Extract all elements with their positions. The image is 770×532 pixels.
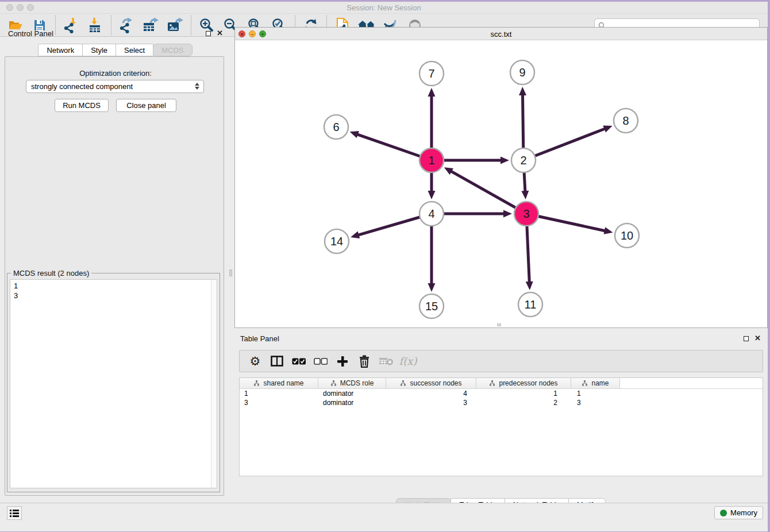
network-resize-handle[interactable] <box>497 323 501 326</box>
graph-node-label: 10 <box>621 229 633 242</box>
column-type-icon <box>330 380 337 387</box>
column-header-name[interactable]: name <box>571 378 620 388</box>
graph-node-label: 14 <box>330 235 343 248</box>
table-toolbar: ⚙ f(x) <box>239 350 763 372</box>
column-header-predecessor-nodes[interactable]: predecessor nodes <box>476 378 571 388</box>
optimization-criterion-label: Optimization criterion: <box>2 69 229 78</box>
result-scrollbar[interactable] <box>211 280 217 488</box>
column-header-successor-nodes[interactable]: successor nodes <box>386 378 476 388</box>
column-header-MCDS-role[interactable]: MCDS role <box>318 378 386 388</box>
panel-divider-handle[interactable] <box>229 269 232 276</box>
table-cell: dominator <box>318 398 386 407</box>
titlebar: Session: New Session <box>0 2 768 14</box>
graph-node-label: 15 <box>425 300 438 313</box>
graph-node-label: 8 <box>622 114 629 127</box>
tab-style[interactable]: Style <box>82 44 116 56</box>
memory-status-icon <box>720 510 727 516</box>
application-window: Session: New Session <box>0 2 768 531</box>
table-body: 1dominator4113dominator323 <box>240 389 763 407</box>
column-header-label: successor nodes <box>410 379 461 387</box>
control-panel: Control Panel ✕ NetworkStyleSelectMCDS O… <box>2 27 229 508</box>
table-row[interactable]: 3dominator323 <box>240 398 763 407</box>
graph-edge-arrowhead <box>519 87 526 95</box>
table-cell: 1 <box>476 389 571 398</box>
graph-edge-arrowhead <box>428 88 436 97</box>
graph-edge-arrowhead <box>526 282 533 290</box>
mcds-result-title: MCDS result (2 nodes) <box>11 269 91 277</box>
table-cell: 1 <box>571 389 620 398</box>
status-bar: Memory <box>0 503 768 531</box>
network-window-titlebar[interactable]: ✕ − + scc.txt <box>235 28 767 40</box>
graph-edge-arrowhead <box>428 191 436 199</box>
close-panel-icon[interactable]: ✕ <box>217 30 223 36</box>
table-cell: 1 <box>240 389 318 398</box>
table-settings-icon[interactable]: ⚙ <box>248 354 263 369</box>
column-header-label: predecessor nodes <box>499 379 557 387</box>
graph-node-label: 3 <box>523 207 529 220</box>
graph-node-label: 1 <box>428 154 434 167</box>
close-panel-button[interactable]: Close panel <box>116 99 176 112</box>
memory-label: Memory <box>730 508 757 517</box>
graph-edge-2-8[interactable] <box>523 129 606 160</box>
desktop-edge <box>0 0 770 2</box>
graph-edge-arrowhead <box>503 210 512 218</box>
table-header-row: shared nameMCDS rolesuccessor nodesprede… <box>240 378 763 389</box>
table-panel: Table Panel ✕ ⚙ f(x) <box>234 331 768 513</box>
table-cell: dominator <box>318 389 386 398</box>
network-view-window: ✕ − + scc.txt 7968124314101511 <box>234 27 768 328</box>
control-panel-tabs: NetworkStyleSelectMCDS <box>2 44 229 56</box>
close-table-panel-icon[interactable]: ✕ <box>754 336 761 341</box>
graph-edge-arrowhead <box>500 157 509 164</box>
column-header-label: shared name <box>263 379 303 387</box>
table-row[interactable]: 1dominator411 <box>240 389 763 398</box>
delete-column-icon[interactable] <box>357 354 372 369</box>
toggle-panel-icon[interactable] <box>270 354 284 369</box>
tab-network[interactable]: Network <box>38 44 83 56</box>
graph-node-label: 7 <box>428 67 434 80</box>
graph-node-label: 4 <box>428 207 434 220</box>
graph-edge-arrowhead <box>350 131 359 138</box>
table-cell: 3 <box>386 398 476 407</box>
task-history-icon[interactable] <box>7 506 22 520</box>
tab-select[interactable]: Select <box>116 44 153 56</box>
column-header-label: name <box>591 379 609 387</box>
run-mcds-button[interactable]: Run MCDS <box>55 99 109 112</box>
column-header-label: MCDS role <box>340 379 374 387</box>
graph-node-label: 9 <box>519 66 525 79</box>
graph-edge-arrowhead <box>604 227 613 234</box>
function-builder-icon[interactable]: f(x) <box>401 354 415 369</box>
column-type-icon <box>253 380 260 387</box>
column-type-icon <box>582 380 588 387</box>
network-graph-canvas[interactable]: 7968124314101511 <box>235 40 767 327</box>
graph-edge-arrowhead <box>603 125 612 132</box>
column-type-icon <box>400 380 406 387</box>
criterion-dropdown[interactable]: strongly connected component <box>26 80 204 93</box>
table-panel-title: Table Panel <box>240 334 279 343</box>
column-header-shared-name[interactable]: shared name <box>240 378 318 388</box>
memory-button[interactable]: Memory <box>714 506 763 519</box>
window-title: Session: New Session <box>0 3 768 12</box>
tab-mcds[interactable]: MCDS <box>153 44 192 56</box>
float-panel-icon[interactable] <box>206 31 211 36</box>
graph-node-label: 2 <box>520 154 526 167</box>
select-all-columns-icon[interactable] <box>291 354 306 369</box>
mcds-result-text[interactable]: 1 3 <box>10 279 217 488</box>
table-cell: 3 <box>240 398 318 407</box>
mcds-result-group: MCDS result (2 nodes) 1 3 <box>7 273 220 492</box>
add-column-icon[interactable] <box>335 354 350 369</box>
graph-node-label: 6 <box>333 121 339 133</box>
network-window-title: scc.txt <box>235 30 767 38</box>
graph-node-label: 11 <box>525 298 537 311</box>
table-cell: 4 <box>386 389 476 398</box>
table-cell: 2 <box>476 398 571 407</box>
control-panel-title: Control Panel <box>8 29 53 38</box>
column-type-icon <box>489 380 495 387</box>
float-table-panel-icon[interactable] <box>744 336 749 341</box>
unselect-all-columns-icon[interactable] <box>313 354 328 369</box>
graph-edge-arrowhead <box>521 191 529 199</box>
delete-table-icon[interactable] <box>379 354 394 369</box>
dropdown-stepper-icon <box>195 83 199 90</box>
node-table: shared nameMCDS rolesuccessor nodesprede… <box>239 377 763 476</box>
graph-edge-3-1[interactable] <box>451 171 526 214</box>
graph-edge-arrowhead <box>351 232 360 238</box>
